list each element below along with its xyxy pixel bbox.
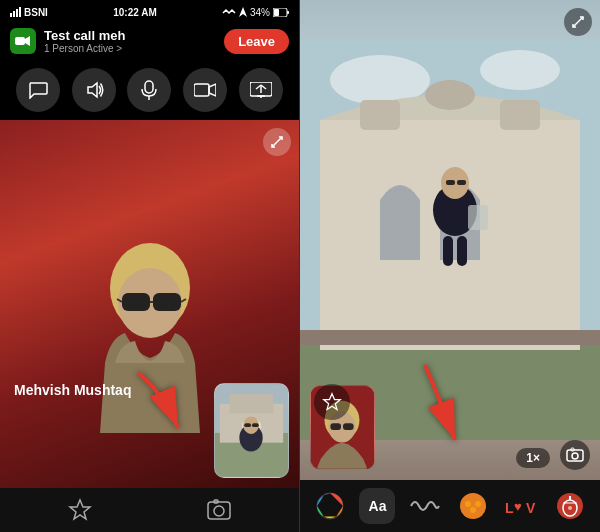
svg-rect-60 bbox=[330, 423, 341, 430]
svg-rect-44 bbox=[360, 100, 400, 130]
call-subtitle: 1 Person Active > bbox=[44, 43, 125, 54]
svg-rect-50 bbox=[446, 180, 455, 185]
svg-point-72 bbox=[470, 507, 476, 513]
music-sticker-button[interactable] bbox=[551, 487, 589, 525]
main-video-right: 1× bbox=[300, 0, 600, 480]
svg-marker-6 bbox=[88, 83, 97, 97]
svg-rect-54 bbox=[457, 236, 467, 266]
svg-text:L: L bbox=[505, 500, 514, 516]
svg-marker-5 bbox=[25, 36, 30, 46]
love-icon: L ♥ V bbox=[504, 495, 538, 517]
svg-point-63 bbox=[572, 453, 578, 459]
love-sticker-button[interactable]: L ♥ V bbox=[502, 487, 540, 525]
svg-rect-47 bbox=[300, 330, 600, 345]
svg-marker-0 bbox=[239, 7, 247, 17]
svg-point-70 bbox=[465, 501, 471, 507]
leave-button[interactable]: Leave bbox=[224, 29, 289, 54]
svg-rect-52 bbox=[468, 205, 488, 230]
svg-rect-4 bbox=[15, 37, 25, 45]
main-video-left: Mehvish Mushtaq bbox=[0, 120, 299, 488]
expand-icon-right bbox=[571, 15, 585, 29]
svg-point-46 bbox=[425, 80, 475, 110]
mic-button[interactable] bbox=[127, 68, 171, 112]
signal-icon bbox=[10, 7, 21, 17]
effects-button[interactable] bbox=[311, 487, 349, 525]
text-label: Aa bbox=[369, 498, 387, 514]
svg-rect-53 bbox=[443, 236, 453, 266]
chat-button[interactable] bbox=[16, 68, 60, 112]
star-icon-right bbox=[322, 392, 342, 412]
camera-button[interactable] bbox=[183, 68, 227, 112]
star-button-right[interactable] bbox=[314, 384, 350, 420]
food-icon bbox=[458, 491, 488, 521]
mic-icon bbox=[140, 80, 158, 100]
wifi-icon bbox=[222, 8, 236, 16]
svg-text:V: V bbox=[526, 500, 536, 516]
svg-point-41 bbox=[480, 50, 560, 90]
svg-rect-7 bbox=[145, 81, 153, 93]
svg-rect-19 bbox=[122, 293, 150, 311]
svg-rect-61 bbox=[343, 423, 354, 430]
star-icon bbox=[68, 498, 92, 522]
phone-left: BSNI 10:22 AM 34% bbox=[0, 0, 300, 532]
carrier-name: BSNI bbox=[24, 7, 48, 18]
guitar-icon bbox=[555, 491, 585, 521]
expand-button-right[interactable] bbox=[564, 8, 592, 36]
svg-marker-65 bbox=[324, 394, 341, 410]
svg-rect-29 bbox=[230, 394, 274, 413]
bottom-toolbar-left bbox=[0, 488, 299, 532]
camera-icon bbox=[194, 82, 216, 98]
facetime-icon bbox=[10, 28, 36, 54]
zoom-level: 1× bbox=[526, 451, 540, 465]
controls-row bbox=[0, 60, 299, 120]
svg-rect-45 bbox=[500, 100, 540, 130]
camera-switch-button[interactable] bbox=[560, 440, 590, 470]
svg-point-68 bbox=[325, 501, 335, 511]
battery-info: 34% bbox=[222, 7, 289, 18]
svg-rect-3 bbox=[274, 9, 279, 16]
svg-point-69 bbox=[460, 493, 486, 519]
svg-text:♥: ♥ bbox=[514, 499, 522, 514]
time-display: 10:22 AM bbox=[113, 7, 157, 18]
call-text: Test call meh 1 Person Active > bbox=[44, 28, 125, 54]
video-call-icon bbox=[15, 35, 31, 47]
call-info: Test call meh 1 Person Active > bbox=[10, 28, 125, 54]
svg-point-71 bbox=[475, 501, 481, 507]
svg-rect-9 bbox=[194, 84, 209, 96]
svg-rect-51 bbox=[457, 180, 466, 185]
self-view-thumbnail[interactable] bbox=[214, 383, 289, 478]
text-button[interactable]: Aa bbox=[359, 488, 395, 524]
battery-icon bbox=[273, 8, 289, 17]
screen-share-button[interactable] bbox=[239, 68, 283, 112]
zoom-button[interactable]: 1× bbox=[516, 448, 550, 468]
expand-button-left[interactable] bbox=[263, 128, 291, 156]
signature-icon bbox=[409, 496, 441, 516]
battery-level: 34% bbox=[250, 7, 270, 18]
expand-icon bbox=[270, 135, 284, 149]
person-name: Mehvish Mushtaq bbox=[14, 382, 131, 398]
svg-rect-2 bbox=[287, 11, 289, 14]
call-header: Test call meh 1 Person Active > Leave bbox=[0, 22, 299, 60]
svg-point-80 bbox=[568, 506, 572, 510]
svg-marker-35 bbox=[70, 500, 90, 519]
location-icon bbox=[239, 7, 247, 17]
status-bar-left: BSNI 10:22 AM 34% bbox=[0, 0, 299, 22]
self-view-content bbox=[215, 384, 288, 477]
speaker-button[interactable] bbox=[72, 68, 116, 112]
chat-icon bbox=[28, 81, 48, 99]
carrier-info: BSNI bbox=[10, 7, 48, 18]
screen-share-icon bbox=[250, 82, 272, 98]
speaker-icon bbox=[84, 80, 104, 100]
camera-switch-icon bbox=[566, 447, 584, 463]
star-effects-button[interactable] bbox=[62, 492, 98, 528]
svg-rect-20 bbox=[153, 293, 181, 311]
svg-marker-10 bbox=[209, 84, 216, 96]
food-sticker-button[interactable] bbox=[454, 487, 492, 525]
phone-right: 1× bbox=[300, 0, 600, 532]
signature-button[interactable] bbox=[406, 487, 444, 525]
photo-button[interactable] bbox=[201, 492, 237, 528]
person-figure bbox=[80, 233, 220, 433]
color-wheel-icon bbox=[315, 491, 345, 521]
bottom-toolbar-right: Aa L ♥ V bbox=[300, 480, 600, 532]
svg-rect-33 bbox=[252, 423, 259, 427]
